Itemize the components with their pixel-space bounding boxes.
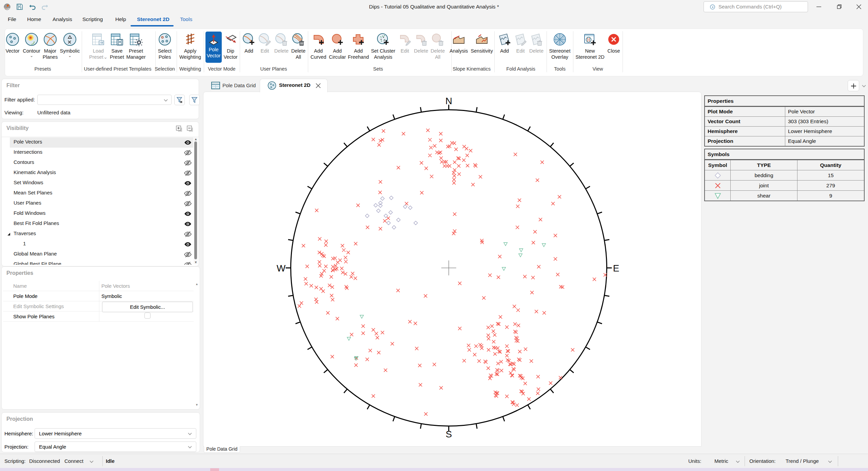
svg-text:S: S <box>446 429 452 439</box>
svg-text:W: W <box>277 263 286 274</box>
svg-text:N: N <box>445 96 452 106</box>
svg-text:E: E <box>613 263 619 274</box>
